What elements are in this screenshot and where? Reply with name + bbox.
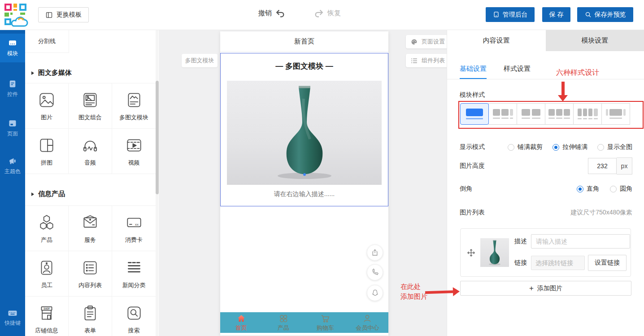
annotation-down-arrow [558,82,568,101]
member-icon [362,314,372,323]
link-input[interactable] [531,256,585,270]
annotation-line1: 在此处 [400,282,427,292]
module-hover-tag: 多图文模块 [182,54,218,67]
add-image-button[interactable]: + 添加图片 [460,281,631,296]
module-item-image-text-combo[interactable]: 图文组合 [69,83,112,129]
sidebar-item-theme-color[interactable]: 主题色 [0,152,25,180]
style-option-3-two-columns[interactable] [517,103,545,125]
logo-block-green3 [20,13,25,15]
module-item-service[interactable]: 服务 [69,206,112,251]
module-item-video[interactable]: 视频 [112,129,156,174]
style-option-1-full-width[interactable] [460,103,489,125]
sidebar-item-pages[interactable]: 页面 [0,114,25,143]
module-item-content-list[interactable]: 内容列表 [69,251,112,297]
sidebar-item-shortcuts[interactable]: 快捷键 [0,304,25,332]
section-header-info-products[interactable]: 信息产品 [31,190,65,198]
radio-stretch-fill[interactable]: 拉伸铺满 [553,143,587,151]
drag-move-icon[interactable] [467,249,475,257]
radio-round-corner[interactable]: 圆角 [610,185,632,193]
module-item-news-category[interactable]: 新闻分类 [112,251,156,297]
divider [447,79,644,79]
module-item-multi-image-module[interactable]: 多图文模块 [112,83,156,129]
radio-fill-crop[interactable]: 铺满裁剪 [508,143,543,151]
module-item-label: 图文组合 [78,113,102,122]
monitor-icon [493,11,500,18]
selected-multi-image-module[interactable]: — 多图文模块 — 请在右边输入描述...... [220,53,388,206]
tab-label: 内容设置 [483,36,510,45]
style-option-2-two-half-columns[interactable] [488,103,517,125]
module-item-image[interactable]: 图片 [25,83,69,129]
module-image[interactable] [227,81,382,185]
save-button[interactable]: 保 存 [542,7,570,22]
tab-module-settings[interactable]: 模块设置 [546,30,644,51]
annotation-right-arrow [425,287,460,297]
subtab-style-settings[interactable]: 样式设置 [504,65,531,79]
module-item-consume-card[interactable]: xx 消费卡 [112,206,156,251]
image-height-unit: px [617,157,632,175]
panel-scrollbar-thumb[interactable] [156,81,159,194]
radio-icon[interactable] [508,144,514,151]
audio-icon [81,136,100,155]
page-title: 新首页 [294,37,314,46]
modules-panel: 分割线 图文多媒体 图片 图文组合 多图文模块 拼图 音频 视频 [25,30,160,336]
module-item-collage[interactable]: 拼图 [25,129,69,174]
annotation-line2: 添加图片 [400,292,427,301]
keyboard-icon [7,309,18,317]
share-fab-button[interactable] [367,244,383,261]
logo-block-green [4,13,9,17]
undo-label: 撤销 [258,9,272,17]
module-item-label: 表单 [84,327,96,335]
module-item-search[interactable]: 搜索 [112,297,156,336]
radio-icon[interactable] [553,144,559,151]
sidebar-item-controls[interactable]: 控件 [0,74,25,103]
section-header-media[interactable]: 图文多媒体 [31,69,72,77]
module-item-label: 视频 [128,159,140,167]
admin-backend-button[interactable]: 管理后台 [486,7,535,22]
video-icon [125,136,144,155]
redo-icon [314,9,324,17]
panel-scrollbar-track[interactable] [156,30,159,336]
radio-square-corner[interactable]: 直角 [577,185,599,193]
image-height-input[interactable] [588,158,617,174]
nav-item-label: 会员中心 [356,324,379,332]
collage-icon [37,136,56,155]
subtab-label: 样式设置 [504,65,531,72]
desc-input[interactable] [531,234,630,249]
qq-fab-button[interactable] [367,285,383,301]
sidebar-item-module[interactable]: 模块 [0,34,25,62]
image-list-label: 图片列表 [460,209,485,217]
module-item-staff[interactable]: 员工 [25,251,69,297]
undo-button[interactable]: 撤销 [258,9,285,17]
module-item-audio[interactable]: 音频 [69,129,112,174]
nav-item-member-center[interactable]: 会员中心 [346,312,388,333]
style-option-4-three-columns[interactable] [545,103,574,125]
radio-icon[interactable] [597,144,604,151]
module-item-label: 消费卡 [125,236,143,244]
radio-label: 直角 [587,185,599,193]
redo-button[interactable]: 恢复 [314,9,341,17]
component-list-button[interactable]: 组件列表 [406,54,447,67]
set-link-button[interactable]: 设置链接 [588,255,627,271]
nav-item-cart[interactable]: 购物车 [305,312,347,333]
nav-item-products[interactable]: 产品 [262,312,305,333]
image-thumbnail[interactable] [480,238,509,267]
carousel-dot[interactable] [303,173,306,176]
tab-content-settings[interactable]: 内容设置 [447,30,546,51]
page-settings-button[interactable]: 页面设置 [406,35,447,48]
app-logo [4,3,29,27]
style-option-5-four-columns[interactable] [573,103,602,125]
subtab-basic-settings[interactable]: 基础设置 [460,65,487,79]
nav-item-home[interactable]: 首页 [220,312,262,333]
module-item-divider[interactable]: 分割线 [25,30,69,53]
save-label: 保 存 [549,11,564,19]
style-option-6-carousel[interactable] [601,103,630,125]
radio-icon[interactable] [577,186,583,192]
module-item-form[interactable]: 表单 [69,297,112,336]
phone-fab-button[interactable] [367,264,383,280]
module-item-shop-info[interactable]: SHOP 店铺信息 [25,297,69,336]
radio-show-full[interactable]: 显示全图 [597,143,632,151]
module-item-product[interactable]: 产品 [25,206,69,251]
change-template-button[interactable]: 更换模板 [38,7,89,22]
radio-icon[interactable] [610,186,617,192]
save-preview-button[interactable]: 保存并预览 [577,7,633,22]
